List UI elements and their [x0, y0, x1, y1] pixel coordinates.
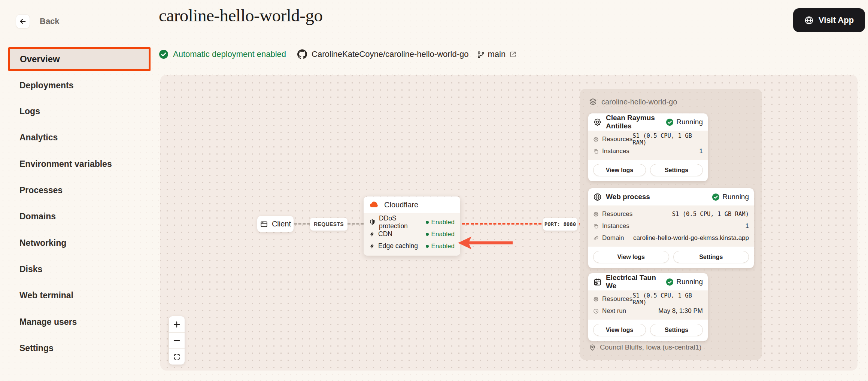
deployment-status-label: Automatic deployment enabled — [173, 49, 286, 59]
sidebar-item-processes[interactable]: Processes — [19, 185, 63, 196]
app-group-title: caroline-hello-world-go — [601, 98, 677, 106]
row-label: Next run — [602, 307, 626, 315]
domain-value[interactable]: caroline-hello-world-go-ekmss.kinsta.app — [633, 234, 749, 242]
git-branch-icon — [477, 51, 485, 58]
status-dot — [426, 221, 429, 224]
feature-status: Enabled — [431, 219, 455, 226]
back-button[interactable] — [16, 14, 30, 28]
fullscreen-button[interactable] — [169, 348, 185, 365]
instances-icon — [593, 149, 599, 154]
sidebar-item-disks[interactable]: Disks — [19, 263, 42, 275]
cog-icon — [593, 118, 602, 127]
datacenter-location: Council Bluffs, Iowa (us-central1) — [589, 343, 701, 351]
topology-canvas[interactable]: Client REQUESTS Cloudflare DDoS protecti… — [160, 75, 858, 371]
gear-small-icon — [593, 137, 599, 142]
page-title: caroline-hello-world-go — [159, 5, 322, 25]
process-name: Electrical Taun We — [606, 274, 662, 290]
sidebar-item-analytics[interactable]: Analytics — [19, 132, 58, 143]
connector-requests-cloudflare — [347, 223, 364, 225]
view-logs-button[interactable]: View logs — [593, 324, 646, 336]
settings-button[interactable]: Settings — [650, 324, 703, 336]
canvas-zoom-controls — [169, 316, 185, 365]
calendar-clock-icon — [593, 278, 602, 286]
external-link-icon[interactable] — [509, 51, 517, 58]
sidebar-item-web-terminal[interactable]: Web terminal — [19, 290, 73, 301]
port-pill: PORT: 8080 — [543, 218, 577, 231]
browser-window-icon — [260, 220, 268, 228]
cloudflare-cloud-icon — [369, 200, 379, 210]
resources-value: S1 (0.5 CPU, 1 GB RAM) — [632, 132, 703, 146]
status-dot — [426, 233, 429, 236]
sidebar-item-environment-variables[interactable]: Environment variables — [19, 158, 112, 170]
layers-icon — [589, 98, 597, 106]
cloudflare-card: Cloudflare DDoS protection Enabled CDN — [364, 196, 460, 256]
running-badge: Running — [666, 278, 703, 286]
process-status: Running — [676, 118, 703, 126]
instances-row: Instances 1 — [593, 220, 749, 232]
cloudflare-feature-row: DDoS protection Enabled — [369, 217, 455, 228]
process-card-electrical-taun-we: Electrical Taun We Running Resources S1 … — [588, 273, 708, 341]
visit-app-button[interactable]: Visit App — [793, 8, 865, 32]
map-pin-icon — [589, 344, 596, 351]
link-icon — [593, 235, 599, 241]
bolt-icon — [369, 243, 375, 249]
instances-value: 1 — [699, 147, 703, 155]
sidebar-item-logs[interactable]: Logs — [19, 106, 40, 117]
gear-small-icon — [593, 296, 599, 302]
sidebar-item-overview[interactable]: Overview — [8, 47, 151, 71]
instances-value: 1 — [746, 222, 749, 230]
globe-icon — [804, 16, 814, 25]
settings-button[interactable]: Settings — [650, 164, 703, 176]
feature-label: Edge caching — [378, 242, 418, 250]
zoom-in-button[interactable] — [169, 316, 185, 332]
process-status: Running — [722, 193, 749, 201]
view-logs-button[interactable]: View logs — [593, 164, 646, 176]
process-name: Clean Raymus Antilles — [606, 114, 662, 130]
branch-name: main — [488, 49, 506, 59]
process-name: Web process — [606, 193, 708, 201]
location-label: Council Bluffs, Iowa (us-central1) — [600, 343, 701, 351]
sidebar-item-settings[interactable]: Settings — [19, 342, 54, 354]
feature-status: Enabled — [431, 231, 455, 238]
resources-row: Resources S1 (0.5 CPU, 1 GB RAM) — [593, 208, 749, 220]
settings-button[interactable]: Settings — [673, 251, 749, 263]
row-label: Instances — [602, 147, 629, 155]
instances-row: Instances 1 — [593, 146, 703, 157]
row-label: Domain — [602, 234, 624, 242]
domain-row: Domain caroline-hello-world-go-ekmss.kin… — [593, 232, 749, 244]
row-label: Resources — [602, 135, 632, 143]
clock-icon — [593, 308, 599, 314]
process-card-clean-raymus-antilles: Clean Raymus Antilles Running Resources … — [588, 113, 708, 181]
sidebar-item-deployments[interactable]: Deployments — [19, 80, 73, 91]
next-run-row: Next run May 8, 1:30 PM — [593, 305, 703, 317]
cloudflare-feature-row: CDN Enabled — [369, 229, 455, 240]
app-group-panel: caroline-hello-world-go Clean Raymus Ant… — [580, 89, 762, 360]
visit-app-label: Visit App — [819, 15, 854, 25]
sidebar-item-domains[interactable]: Domains — [19, 211, 56, 222]
connector-cloudflare-port — [462, 223, 541, 225]
cloudflare-title: Cloudflare — [384, 201, 418, 209]
cloudflare-feature-row: Edge caching Enabled — [369, 241, 455, 252]
sidebar-item-networking[interactable]: Networking — [19, 237, 66, 249]
resources-row: Resources S1 (0.5 CPU, 1 GB RAM) — [593, 293, 703, 305]
feature-label: CDN — [378, 230, 392, 238]
repo-link[interactable]: CarolineKateCoyne/caroline-hello-world-g… — [312, 49, 468, 59]
resources-row: Resources S1 (0.5 CPU, 1 GB RAM) — [593, 134, 703, 145]
row-label: Resources — [602, 295, 632, 303]
github-icon — [297, 49, 307, 59]
resources-value: S1 (0.5 CPU, 1 GB RAM) — [632, 292, 703, 306]
process-card-web-process: Web process Running Resources S1 (0.5 CP… — [588, 188, 754, 268]
connector-client-requests — [294, 223, 310, 225]
process-status: Running — [676, 278, 703, 286]
gear-small-icon — [593, 211, 599, 217]
sidebar-item-manage-users[interactable]: Manage users — [19, 316, 77, 327]
requests-pill: REQUESTS — [310, 218, 347, 231]
zoom-out-button[interactable] — [169, 332, 185, 348]
bolt-icon — [369, 231, 375, 237]
back-label[interactable]: Back — [40, 16, 60, 26]
view-logs-button[interactable]: View logs — [593, 251, 669, 263]
feature-status: Enabled — [431, 243, 455, 250]
arrow-left-icon — [19, 17, 27, 25]
row-label: Resources — [602, 210, 632, 218]
running-badge: Running — [666, 118, 703, 126]
